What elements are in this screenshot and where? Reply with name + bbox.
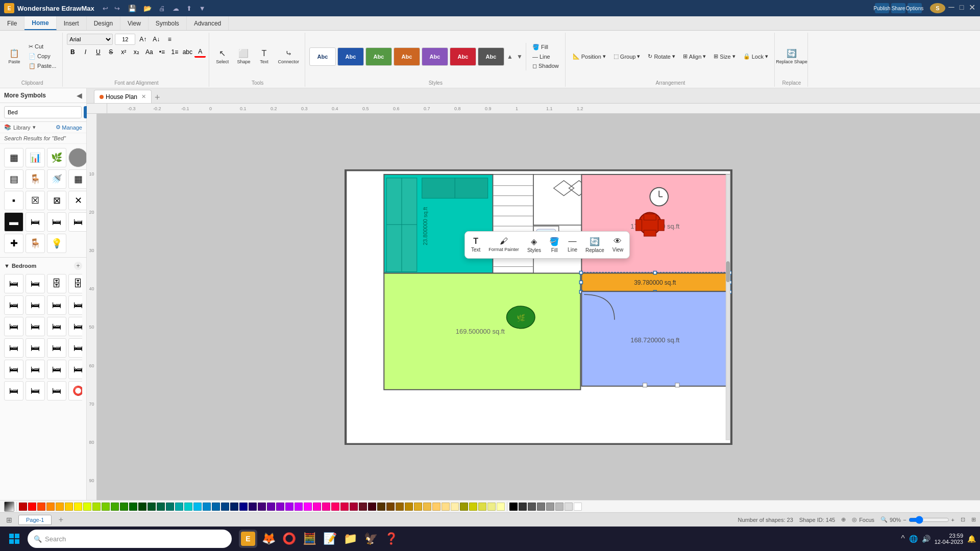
bedroom-item[interactable]: 🛏 — [68, 338, 82, 358]
replace-shape-btn[interactable]: 🔄 Replace Shape — [779, 39, 804, 74]
bedroom-item[interactable]: 🛏 — [26, 317, 45, 336]
color-swatch-48[interactable] — [451, 503, 459, 511]
color-swatch-8[interactable] — [83, 503, 91, 511]
size-btn[interactable]: ⊞ Size▾ — [710, 52, 738, 61]
open-btn[interactable]: 📂 — [141, 4, 154, 13]
bedroom-item[interactable]: ⭕ — [68, 381, 82, 400]
bedroom-section-header[interactable]: ▼ Bedroom + — [4, 260, 82, 272]
symbol-item[interactable]: 🪑 — [26, 169, 45, 189]
rotate-btn[interactable]: ↻ Rotate▾ — [645, 52, 678, 61]
color-swatch-2[interactable] — [28, 503, 36, 511]
color-swatch-44[interactable] — [414, 503, 422, 511]
position-btn[interactable]: 📐 Position▾ — [570, 52, 609, 61]
color-swatch-27[interactable] — [258, 503, 266, 511]
color-swatch-33[interactable] — [313, 503, 321, 511]
zoom-slider[interactable] — [909, 516, 949, 524]
font-increase-btn[interactable]: A↑ — [137, 34, 149, 45]
color-swatch-15[interactable] — [148, 503, 156, 511]
resize-handle-1[interactable] — [643, 383, 647, 387]
tab-design[interactable]: Design — [87, 16, 120, 30]
float-replace-btn[interactable]: 🔄 Replace — [582, 235, 607, 255]
color-swatch-50[interactable] — [469, 503, 477, 511]
lock-btn[interactable]: 🔒 Lock▾ — [740, 52, 771, 61]
font-decrease-btn[interactable]: A↓ — [151, 34, 162, 45]
handle-ml[interactable] — [579, 281, 582, 284]
save-btn[interactable]: 💾 — [126, 4, 138, 13]
line-btn[interactable]: — Line — [529, 53, 562, 61]
shadow-btn[interactable]: ◻ Shadow — [529, 62, 562, 70]
options-btn[interactable]: Options — [908, 3, 922, 13]
volume-icon[interactable]: 🔊 — [922, 535, 930, 543]
style-swatch-5[interactable]: Abc — [422, 47, 448, 66]
color-gray3[interactable] — [555, 503, 564, 511]
add-page-btn[interactable]: + — [56, 515, 66, 525]
color-swatch-22[interactable] — [212, 503, 220, 511]
strikethrough-btn[interactable]: S — [105, 46, 116, 58]
color-swatch-45[interactable] — [423, 503, 431, 511]
copy-btn[interactable]: 📄 Copy — [26, 52, 59, 61]
layer-btn[interactable]: ⊕ — [841, 516, 846, 523]
extra-btn[interactable]: ▼ — [197, 4, 208, 13]
color-swatch-42[interactable] — [396, 503, 404, 511]
symbol-item[interactable]: 🛏 — [68, 212, 86, 232]
focus-btn[interactable]: ◎ Focus — [852, 516, 874, 523]
taskbar-browser[interactable]: 🦅 — [361, 530, 380, 548]
color-swatch-53[interactable] — [497, 503, 505, 511]
system-tray-expand[interactable]: ^ — [901, 534, 905, 543]
scroll-thumb[interactable] — [726, 261, 729, 282]
bedroom-item[interactable]: 🛏 — [4, 381, 23, 400]
font-color-btn[interactable]: A — [194, 46, 206, 58]
color-swatch-31[interactable] — [295, 503, 303, 511]
underline-btn[interactable]: U — [92, 46, 104, 58]
symbol-item[interactable]: ▦ — [4, 148, 23, 167]
color-swatch-30[interactable] — [285, 503, 293, 511]
color-swatch-32[interactable] — [304, 503, 312, 511]
style-swatch-6[interactable]: Abc — [450, 47, 476, 66]
bedroom-item[interactable]: 🛏 — [47, 317, 66, 336]
bedroom-item[interactable]: 🗄 — [47, 274, 66, 293]
bedroom-item[interactable]: 🛏 — [26, 274, 45, 293]
color-swatch-41[interactable] — [386, 503, 395, 511]
document-tab[interactable]: House Plan ✕ — [94, 90, 152, 103]
text-align-btn[interactable]: ≡ — [164, 34, 175, 45]
taskbar-files[interactable]: 📁 — [341, 530, 359, 548]
color-swatch-26[interactable] — [249, 503, 257, 511]
bedroom-item[interactable]: 🗄 — [68, 274, 82, 293]
zoom-minus-btn[interactable]: − — [903, 517, 906, 523]
numlist-btn[interactable]: 1≡ — [169, 46, 180, 58]
tab-close-btn[interactable]: ✕ — [141, 93, 146, 100]
tab-advanced[interactable]: Advanced — [187, 16, 229, 30]
symbol-item[interactable]: 🌿 — [47, 148, 66, 167]
paste-btn[interactable]: 📋 Paste — [5, 42, 23, 71]
style-swatch-1[interactable]: Abc — [309, 47, 336, 66]
bedroom-item[interactable]: 🛏 — [47, 295, 66, 315]
bedroom-item[interactable]: 🛏 — [4, 360, 23, 379]
color-swatch-10[interactable] — [102, 503, 110, 511]
abc-btn[interactable]: abc — [182, 46, 193, 58]
redo-btn[interactable]: ↪ — [112, 4, 122, 13]
symbol-item[interactable]: ✚ — [4, 234, 23, 253]
bedroom-item[interactable]: 🛏 — [26, 360, 45, 379]
bedroom-item[interactable]: 🛏 — [68, 295, 82, 315]
taskbar-unknown[interactable]: ❓ — [382, 530, 400, 548]
bedroom-item[interactable]: 🛏 — [47, 381, 66, 400]
color-swatch-52[interactable] — [487, 503, 496, 511]
color-swatch-35[interactable] — [331, 503, 339, 511]
styles-scroll-down[interactable]: ▼ — [516, 47, 524, 66]
taskbar-search-box[interactable]: 🔍 Search — [28, 530, 232, 548]
tab-file[interactable]: File — [0, 16, 24, 30]
connector-btn[interactable]: ⤷ Connector — [275, 47, 302, 66]
color-swatch-19[interactable] — [184, 503, 192, 511]
color-white[interactable] — [574, 503, 582, 511]
color-swatch-3[interactable] — [37, 503, 45, 511]
color-swatch-9[interactable] — [92, 503, 101, 511]
bold-btn[interactable]: B — [67, 46, 78, 58]
floor-plan[interactable]: 23.800000 sq.ft — [345, 169, 732, 445]
color-swatch-1[interactable] — [19, 503, 27, 511]
bedroom-item[interactable]: 🛏 — [26, 338, 45, 358]
align-btn[interactable]: ⊞ Align▾ — [680, 52, 709, 61]
canvas-viewport[interactable]: 23.800000 sq.ft — [97, 114, 980, 500]
share-btn[interactable]: Share — [891, 3, 905, 13]
fit-width-btn[interactable]: ⊡ — [961, 516, 965, 523]
bedroom-item[interactable]: 🛏 — [68, 317, 82, 336]
